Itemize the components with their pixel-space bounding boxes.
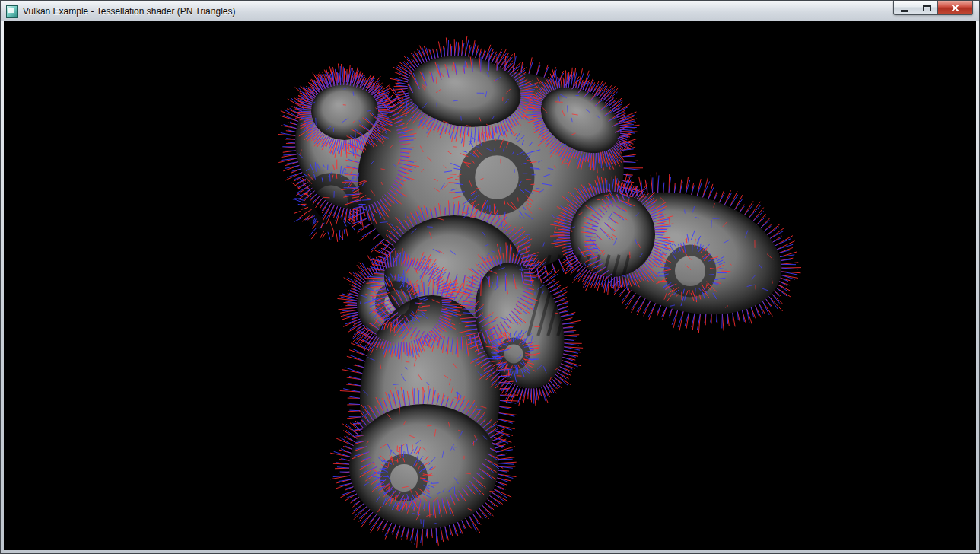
titlebar[interactable]: Vulkan Example - Tessellation shader (PN… [1, 1, 979, 21]
client-area [4, 21, 976, 550]
close-icon [951, 4, 959, 12]
minimize-button[interactable] [893, 1, 915, 15]
maximize-button[interactable] [915, 1, 937, 15]
minimize-icon [901, 10, 908, 12]
viewport-canvas[interactable] [4, 21, 976, 550]
window-title: Vulkan Example - Tessellation shader (PN… [23, 6, 235, 17]
app-icon[interactable] [6, 5, 18, 18]
window-controls [893, 1, 973, 15]
maximize-icon [923, 5, 931, 11]
app-window: Vulkan Example - Tessellation shader (PN… [0, 0, 980, 554]
close-button[interactable] [937, 1, 973, 15]
